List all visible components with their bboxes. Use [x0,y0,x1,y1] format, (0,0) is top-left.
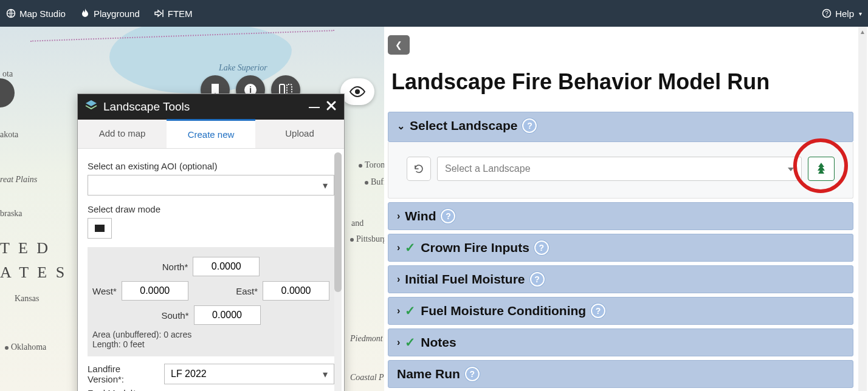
chevron-right-icon: › [397,305,400,316]
map-label-plains: reat Plains [0,175,37,185]
nav-ftem-label: FTEM [168,8,193,19]
tools-tabs: Add to map Create new Upload [78,120,344,149]
section-name-run[interactable]: Name Run ? [388,360,853,388]
flame-icon [80,8,90,18]
landfire-version-select[interactable]: LF 2022 [164,364,334,384]
south-label: South* [161,310,188,321]
check-icon: ✓ [405,335,416,350]
west-label: West* [92,286,117,296]
svg-text:?: ? [825,10,828,17]
top-nav: Map Studio Playground FTEM ? Help [0,0,868,27]
section-wind-label: Wind [405,209,436,223]
help-badge-icon[interactable]: ? [465,367,480,381]
visibility-toggle-button[interactable] [340,78,374,105]
chevron-right-icon: › [397,274,400,285]
scroll-up-arrow[interactable]: ▲ [858,27,867,36]
landfire-version-value: LF 2022 [171,369,207,379]
help-badge-icon[interactable]: ? [591,304,605,318]
map-label-pittsburgh: Pittsburgl [350,234,384,244]
help-badge-icon[interactable]: ? [534,240,549,255]
map-label-akota: akota [0,130,18,140]
chevron-down-icon: ⌄ [397,120,405,132]
tab-create-new[interactable]: Create new [167,119,255,148]
svg-point-7 [355,89,360,94]
export-icon [154,8,164,18]
chevron-left-icon: ❮ [395,40,402,50]
map-label-braska: braska [0,209,22,219]
tools-scrollbar-thumb[interactable] [334,152,342,292]
help-badge-icon[interactable]: ? [441,209,455,223]
panel-nav-buttons: ❯ ❮ [384,35,410,55]
help-badge-icon[interactable]: ? [530,272,545,287]
landfire-version-label: Landfire Version*: [88,364,154,384]
landscape-tools-panel: Landscape Tools — Add to map Create new … [77,93,345,391]
layers-icon [85,100,97,115]
landscape-select-placeholder: Select a Landscape [445,163,531,174]
nav-ftem[interactable]: FTEM [154,8,193,19]
section-wind[interactable]: › Wind ? [388,202,853,230]
check-icon: ✓ [405,240,416,255]
chevron-right-icon: › [397,211,400,222]
chevron-right-icon: › [397,242,400,253]
nav-playground-label: Playground [94,8,140,19]
section-notes[interactable]: › ✓ Notes [388,328,853,356]
refresh-icon [413,163,424,174]
refresh-button[interactable] [407,157,431,181]
tree-icon [815,162,827,175]
map-label-oklahoma: Oklahoma [5,342,46,352]
tools-title: Landscape Tools [103,100,303,114]
accordion: ⌄ Select Landscape ? Select a Landscape … [388,112,853,391]
landscape-select[interactable]: Select a Landscape [437,157,802,181]
section-crown-fire-label: Crown Fire Inputs [421,240,529,255]
section-fuel-conditioning-label: Fuel Moisture Conditioning [421,304,586,318]
map-label-buffalo: Buffa [365,177,384,187]
help-icon: ? [822,8,832,18]
section-select-landscape-label: Select Landscape [410,118,517,133]
map-label-kansas: Kansas [15,294,39,304]
north-label: North* [162,262,188,272]
nav-playground[interactable]: Playground [80,8,140,19]
draw-mode-label: Select draw mode [88,204,334,214]
length-line: Length: 0 feet [92,339,329,349]
right-scrollbar[interactable]: ▲ [858,27,867,391]
map-label-ted: T E D [0,239,50,257]
coordinate-box: North* West* East* South* Area (unbuffer… [88,247,334,356]
page-title: Landscape Fire Behavior Model Run [391,69,770,95]
check-icon: ✓ [405,304,416,318]
minimize-button[interactable]: — [309,101,320,114]
east-input[interactable] [263,281,329,301]
chevron-right-icon: › [397,337,400,348]
close-button[interactable] [326,100,337,114]
map-label-coastal: Coastal Plai [350,373,384,382]
nav-help[interactable]: ? Help [822,8,862,19]
map-label-ota: ota [2,69,13,79]
tools-header[interactable]: Landscape Tools — [78,94,344,120]
south-input[interactable] [194,305,261,325]
aoi-label: Select an existing AOI (optional) [88,161,334,171]
section-fuel-conditioning[interactable]: › ✓ Fuel Moisture Conditioning ? [388,297,853,325]
tab-add-to-map[interactable]: Add to map [78,120,167,148]
map-label-piedmont: Piedmont [350,334,383,344]
map-left-expand-button[interactable] [0,78,15,107]
draw-mode-rectangle-button[interactable] [88,218,112,239]
map-label-toronto: Toront [359,160,384,170]
section-crown-fire[interactable]: › ✓ Crown Fire Inputs ? [388,234,853,262]
map-label-ates: A T E S [0,264,67,282]
west-input[interactable] [122,281,188,301]
nav-map-studio-label: Map Studio [19,8,66,19]
tools-body: Select an existing AOI (optional) Select… [78,149,344,391]
section-notes-label: Notes [421,335,456,350]
aoi-select[interactable] [88,175,334,195]
area-line: Area (unbuffered): 0 acres [92,330,329,339]
map-label-and: and [351,219,363,228]
panel-back-button[interactable]: ❮ [388,35,410,55]
nav-map-studio[interactable]: Map Studio [6,8,66,19]
help-badge-icon[interactable]: ? [522,118,537,133]
tab-upload[interactable]: Upload [255,120,344,148]
create-landscape-button[interactable] [808,157,835,181]
section-initial-fuel-label: Initial Fuel Moisture [405,272,525,287]
section-select-landscape[interactable]: ⌄ Select Landscape ? [388,112,853,142]
section-initial-fuel[interactable]: › Initial Fuel Moisture ? [388,265,853,293]
north-input[interactable] [193,257,260,276]
east-label: East* [236,286,258,296]
